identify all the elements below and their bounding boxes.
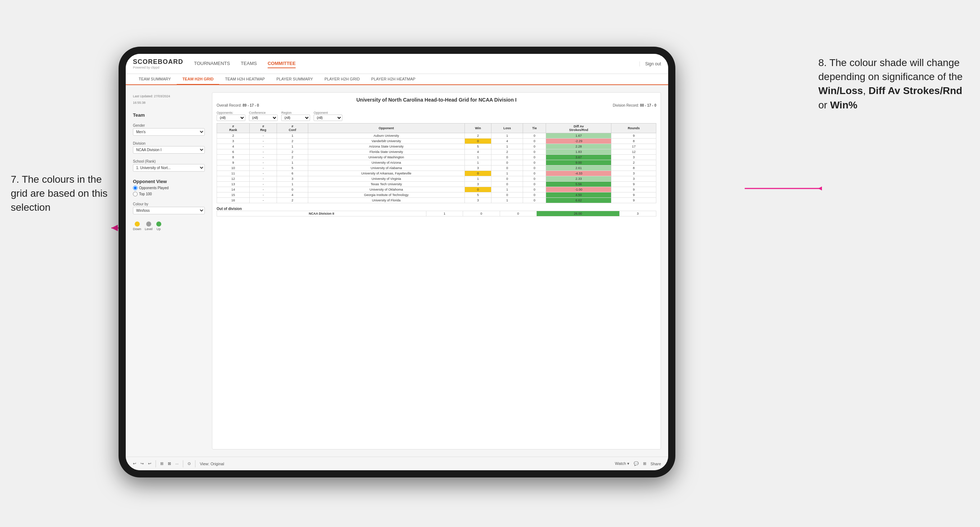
cell-diff: 3.67	[546, 155, 611, 160]
cell-loss: 1	[492, 133, 523, 138]
cell-reg: -	[249, 192, 277, 198]
toolbar-redo[interactable]: ↪	[140, 461, 144, 466]
toolbar-view-label: View: Original	[200, 462, 224, 466]
opponents-filter-select[interactable]: (All)	[216, 114, 245, 121]
col-loss: Loss	[492, 124, 523, 133]
sub-nav-team-h2h-grid[interactable]: TEAM H2H GRID	[177, 74, 220, 85]
last-updated-text: Last Updated: 27/03/2024	[133, 94, 170, 98]
toolbar-undo[interactable]: ↩	[133, 461, 136, 466]
division-select[interactable]: NCAA Division I	[133, 146, 205, 154]
toolbar-grid[interactable]: ⊞	[160, 461, 164, 466]
cell-rounds: 3	[611, 176, 656, 182]
conference-filter-select[interactable]: (All)	[249, 114, 278, 121]
table-row: 9 - 1 University of Arizona 1 0 0 9.00 2	[217, 160, 656, 165]
cell-rounds: 17	[611, 144, 656, 149]
grid-area: University of North Carolina Head-to-Hea…	[212, 92, 661, 449]
sub-nav-player-h2h-grid[interactable]: PLAYER H2H GRID	[319, 74, 365, 84]
toolbar-share[interactable]: Share	[651, 462, 661, 466]
cell-loss: 4	[492, 138, 523, 144]
school-select[interactable]: 1. University of Nort...	[133, 164, 205, 171]
legend-dot-down	[135, 222, 140, 227]
colour-by-label: Colour by	[133, 202, 205, 206]
annotation-arrow-right	[743, 183, 822, 194]
annotation-right: 8. The colour shade will change dependin…	[818, 56, 969, 112]
opponents-filter: Opponents: (All)	[216, 111, 245, 121]
cell-rank: 6	[217, 149, 250, 155]
toolbar-grid-view[interactable]: ⊞	[643, 461, 646, 466]
out-of-division-table: NCAA Division II 1 0 0 26.00 3	[216, 211, 656, 216]
toolbar-dots[interactable]: ···	[175, 462, 178, 466]
colour-by-select[interactable]: Win/loss Diff Av Strokes/Rnd Win%	[133, 207, 205, 214]
cell-reg: -	[249, 176, 277, 182]
table-row: 3 - 2 Vanderbilt University 0 4 0 -2.29 …	[217, 138, 656, 144]
cell-conf: 2	[277, 198, 308, 203]
h2h-table: #Rank #Reg #Conf Opponent Win Loss Tie D…	[216, 123, 656, 203]
opponent-view-title: Opponent View	[133, 179, 205, 184]
cell-reg: -	[249, 155, 277, 160]
cell-tie: 0	[523, 192, 546, 198]
cell-rank: 14	[217, 187, 250, 192]
cell-tie: 0	[523, 165, 546, 171]
nav-teams[interactable]: TEAMS	[241, 59, 257, 68]
cell-diff: 6.62	[546, 198, 611, 203]
cell-rank: 11	[217, 171, 250, 176]
toolbar-back[interactable]: ↩	[148, 461, 151, 466]
sub-nav-player-summary[interactable]: PLAYER SUMMARY	[270, 74, 319, 84]
colour-legend: Down Level Up	[133, 222, 205, 231]
nav-committee[interactable]: COMMITTEE	[267, 59, 296, 68]
cell-rounds: 8	[611, 138, 656, 144]
cell-tie: 0	[523, 171, 546, 176]
annotation-right-text: The colour shade will change depending o…	[818, 57, 963, 82]
sign-out-button[interactable]: Sign out	[640, 61, 661, 67]
cell-loss: 0	[492, 165, 523, 171]
cell-diff: 5.56	[546, 182, 611, 187]
opponent-filter-select[interactable]: (All)	[313, 114, 342, 121]
cell-rounds: 9	[611, 133, 656, 138]
annotation-left: 7. The colours in the grid are based on …	[11, 172, 111, 215]
sub-nav-team-h2h-heatmap[interactable]: TEAM H2H HEATMAP	[219, 74, 270, 84]
cell-diff: 2.33	[546, 176, 611, 182]
table-row: 10 - 5 University of Alabama 3 0 0 2.61 …	[217, 165, 656, 171]
toolbar-watch[interactable]: Watch ▾	[615, 461, 629, 466]
gender-select[interactable]: Men's	[133, 128, 205, 136]
last-updated-time: 16:55:38	[133, 101, 145, 105]
table-row: 15 - 4 Georgia Institute of Technology 5…	[217, 192, 656, 198]
division-label: Division	[133, 141, 205, 145]
region-filter-select[interactable]: (All)	[281, 114, 310, 121]
cell-rank: 15	[217, 192, 250, 198]
cell-loss: 0	[492, 160, 523, 165]
cell-win: 3	[465, 165, 492, 171]
table-row: 2 - 1 Auburn University 2 1 0 1.67 9	[217, 133, 656, 138]
opponents-filter-label: Opponents:	[216, 111, 245, 114]
toolbar-divider-1	[156, 460, 156, 467]
toolbar-clock[interactable]: ⊙	[188, 461, 191, 466]
region-filter-label: Region	[281, 111, 310, 114]
cell-loss: 1	[492, 171, 523, 176]
school-label: School (Rank)	[133, 159, 205, 163]
cell-win: 5	[465, 192, 492, 198]
cell-win: 4	[465, 149, 492, 155]
col-rounds: Rounds	[611, 124, 656, 133]
cell-opponent: Arizona State University	[308, 144, 465, 149]
ood-rounds: 3	[619, 211, 656, 216]
cell-win: 1	[465, 160, 492, 165]
cell-conf: 2	[277, 155, 308, 160]
cell-win: 1	[465, 176, 492, 182]
legend-label-down: Down	[133, 227, 141, 231]
gender-label: Gender	[133, 124, 205, 127]
cell-rank: 9	[217, 160, 250, 165]
top100-radio[interactable]: Top 100	[133, 192, 205, 196]
opponents-played-radio[interactable]: Opponents Played	[133, 186, 205, 190]
toolbar-close[interactable]: ⊠	[168, 461, 171, 466]
cell-win: 0	[465, 138, 492, 144]
col-tie: Tie	[523, 124, 546, 133]
cell-opponent: University of Alabama	[308, 165, 465, 171]
sub-nav-player-h2h-heatmap[interactable]: PLAYER H2H HEATMAP	[365, 74, 421, 84]
tablet-screen: SCOREBOARD Powered by clippd TOURNAMENTS…	[126, 54, 668, 470]
cell-opponent: Vanderbilt University	[308, 138, 465, 144]
toolbar-comment[interactable]: 💬	[634, 461, 639, 466]
nav-tournaments[interactable]: TOURNAMENTS	[194, 59, 230, 68]
sub-nav-team-summary[interactable]: TEAM SUMMARY	[133, 74, 177, 84]
cell-rounds: 9	[611, 187, 656, 192]
cell-loss: 0	[492, 182, 523, 187]
